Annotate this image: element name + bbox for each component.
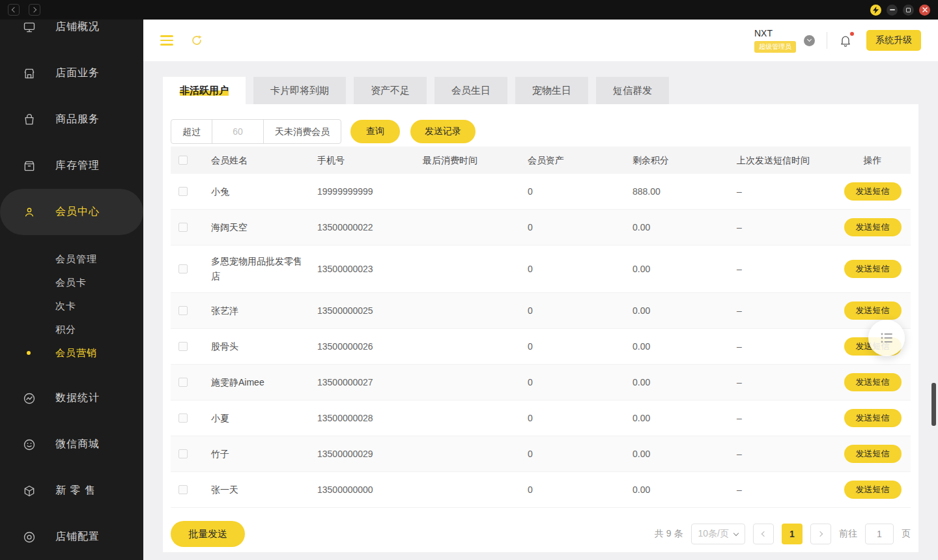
row-checkbox[interactable]	[178, 306, 188, 315]
flash-window-button[interactable]	[870, 5, 881, 16]
sidebar-item-label: 新 零 售	[55, 484, 96, 497]
send-record-button[interactable]: 发送记录	[410, 120, 476, 143]
row-checkbox[interactable]	[178, 187, 188, 196]
submenu-item-label: 会员管理	[55, 253, 97, 266]
cell-last-consume	[423, 445, 528, 462]
prev-page-button[interactable]	[753, 524, 774, 544]
send-sms-button[interactable]: 发送短信	[844, 218, 902, 236]
notifications-button[interactable]	[839, 34, 852, 47]
next-page-button[interactable]	[810, 524, 831, 544]
days-input[interactable]	[212, 120, 264, 143]
row-checkbox[interactable]	[178, 449, 188, 458]
member-icon	[23, 206, 36, 219]
row-checkbox[interactable]	[178, 342, 188, 351]
chevron-left-icon	[12, 7, 17, 12]
col-header-last-consume: 最后消费时间	[423, 145, 528, 176]
sidebar-item-store-business[interactable]: 店面业务	[0, 50, 143, 96]
row-checkbox[interactable]	[178, 223, 188, 232]
submenu-item-points[interactable]: 积分	[0, 318, 143, 341]
filter-row: 超过 天未消费会员 查询 发送记录	[171, 119, 911, 144]
submenu-item-member-management[interactable]: 会员管理	[0, 247, 143, 271]
chevron-right-icon	[817, 531, 823, 537]
scrollbar-thumb[interactable]	[931, 383, 936, 426]
select-all-checkbox[interactable]	[178, 156, 188, 165]
cell-phone: 19999999999	[317, 176, 423, 208]
sidebar-item-inventory[interactable]: 库存管理	[0, 143, 143, 189]
cell-last-sms: –	[737, 176, 834, 208]
sidebar-item-goods-services[interactable]: 商品服务	[0, 96, 143, 143]
nav-forward-button[interactable]	[29, 4, 40, 16]
cell-assets: 0	[528, 253, 632, 285]
total-count-label: 共 9 条	[655, 528, 683, 540]
query-button[interactable]: 查询	[350, 120, 400, 143]
pagination: 共 9 条 10条/页 1 前往 页	[655, 524, 911, 544]
row-checkbox[interactable]	[178, 264, 188, 273]
tab-member-birthday[interactable]: 会员生日	[434, 77, 507, 104]
cell-phone: 13500000027	[317, 367, 423, 399]
goto-suffix-label: 页	[902, 528, 911, 540]
sidebar-item-shop-config[interactable]: 店铺配置	[0, 514, 143, 560]
goto-page-input[interactable]	[865, 524, 894, 544]
refresh-button[interactable]	[190, 34, 203, 47]
table-header-row: 会员姓名 手机号 最后消费时间 会员资产 剩余积分 上次发送短信时间 操作	[171, 147, 911, 174]
hamburger-icon	[160, 35, 173, 37]
cell-last-consume	[423, 481, 528, 498]
row-checkbox[interactable]	[178, 485, 188, 494]
sidebar-item-label: 数据统计	[55, 391, 100, 405]
sidebar-item-new-retail[interactable]: 新 零 售	[0, 468, 143, 514]
user-name: NXT	[754, 28, 796, 38]
cell-member-name: 股骨头	[211, 331, 317, 363]
cell-last-sms: –	[737, 367, 834, 399]
user-block[interactable]: NXT 超级管理员	[754, 28, 796, 53]
tab-card-expiring[interactable]: 卡片即将到期	[253, 77, 346, 104]
cell-last-consume	[423, 260, 528, 277]
tab-sms-broadcast[interactable]: 短信群发	[596, 77, 669, 104]
tab-pet-birthday[interactable]: 宠物生日	[515, 77, 588, 104]
batch-send-button[interactable]: 批量发送	[171, 521, 245, 547]
tab-insufficient-assets[interactable]: 资产不足	[354, 77, 427, 104]
page-size-select[interactable]: 10条/页	[691, 524, 745, 544]
cell-points: 888.00	[632, 176, 737, 208]
floating-list-button[interactable]	[868, 320, 905, 356]
active-dot	[27, 351, 31, 355]
sidebar-item-label: 商品服务	[55, 113, 100, 126]
user-menu-button[interactable]	[804, 35, 815, 46]
send-sms-button[interactable]: 发送短信	[844, 445, 902, 463]
panel: 超过 天未消费会员 查询 发送记录 会员姓名 手机号 最后消费时间 会员资产 剩…	[163, 104, 918, 552]
cell-last-sms: –	[737, 438, 834, 470]
minimize-window-button[interactable]	[887, 5, 898, 16]
sidebar-item-wechat-mall[interactable]: 微信商城	[0, 421, 143, 468]
sidebar-item-label: 微信商城	[55, 438, 100, 451]
submenu-item-member-card[interactable]: 会员卡	[0, 271, 143, 294]
send-sms-button[interactable]: 发送短信	[844, 182, 902, 201]
cell-phone: 13500000029	[317, 438, 423, 470]
tab-inactive-users[interactable]: 非活跃用户	[163, 77, 246, 104]
cell-assets: 0	[528, 331, 632, 363]
nav-back-button[interactable]	[8, 4, 20, 16]
shop-overview-icon	[23, 21, 36, 34]
maximize-window-button[interactable]	[903, 5, 914, 16]
row-checkbox[interactable]	[178, 378, 188, 387]
submenu-item-member-marketing[interactable]: 会员营销	[0, 341, 143, 365]
send-sms-button[interactable]: 发送短信	[844, 481, 902, 499]
cell-member-name: 竹子	[211, 438, 317, 470]
table-row: 竹子 13500000029 0 0.00 – 发送短信	[171, 436, 911, 472]
submenu-item-count-card[interactable]: 次卡	[0, 294, 143, 318]
days-filter-group: 超过 天未消费会员	[171, 119, 341, 144]
col-header-assets: 会员资产	[528, 145, 632, 176]
row-checkbox[interactable]	[178, 413, 188, 423]
send-sms-button[interactable]: 发送短信	[844, 260, 902, 278]
page-number-1[interactable]: 1	[782, 524, 803, 544]
sidebar-item-member-center[interactable]: 会员中心	[0, 189, 143, 235]
close-window-button[interactable]	[919, 5, 930, 16]
send-sms-button[interactable]: 发送短信	[844, 409, 902, 427]
divider	[827, 32, 827, 49]
sidebar-item-data-statistics[interactable]: 数据统计	[0, 375, 143, 421]
cell-points: 0.00	[632, 295, 737, 327]
collapse-sidebar-button[interactable]	[160, 35, 173, 46]
send-sms-button[interactable]: 发送短信	[844, 373, 902, 391]
send-sms-button[interactable]: 发送短信	[844, 301, 902, 320]
cell-points: 0.00	[632, 367, 737, 399]
cell-assets: 0	[528, 367, 632, 399]
system-upgrade-button[interactable]: 系统升级	[866, 30, 921, 51]
